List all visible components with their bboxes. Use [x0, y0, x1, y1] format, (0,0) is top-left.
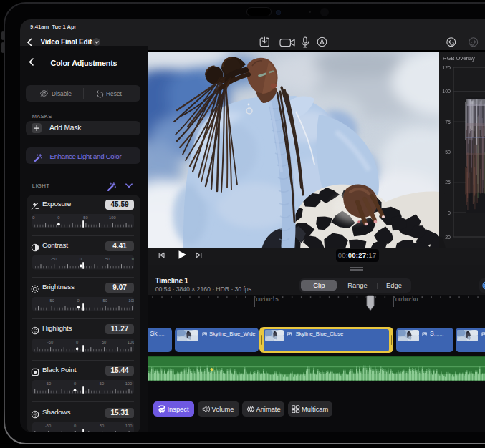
svg-text:0: 0	[448, 210, 451, 215]
svg-text:-50: -50	[51, 257, 57, 261]
svg-text:0: 0	[80, 257, 82, 261]
svg-text:50: 50	[445, 150, 451, 155]
svg-text:50: 50	[102, 298, 107, 303]
svg-text:100: 100	[131, 257, 134, 261]
svg-text:-50: -50	[45, 381, 51, 386]
svg-text:100: 100	[128, 298, 134, 303]
svg-text:100: 100	[125, 381, 132, 386]
svg-text:75: 75	[445, 120, 451, 125]
svg-text:-50: -50	[45, 424, 51, 428]
svg-text:0: 0	[74, 424, 76, 428]
svg-text:50: 50	[105, 257, 110, 261]
svg-text:100: 100	[125, 424, 132, 428]
svg-text:-20: -20	[443, 235, 451, 240]
svg-text:0: 0	[57, 215, 59, 220]
svg-text:120: 120	[442, 65, 451, 70]
svg-text:0: 0	[76, 340, 78, 344]
svg-text:50: 50	[99, 381, 103, 386]
svg-text:0: 0	[77, 298, 79, 303]
svg-text:100: 100	[442, 89, 451, 94]
svg-text:50: 50	[83, 215, 87, 220]
svg-text:-50: -50	[32, 215, 35, 220]
svg-text:0: 0	[74, 381, 76, 386]
svg-text:RGB Overlay: RGB Overlay	[443, 55, 475, 62]
svg-text:100: 100	[109, 215, 116, 220]
svg-text:-50: -50	[47, 340, 53, 344]
svg-text:100: 100	[127, 340, 133, 344]
svg-text:50: 50	[102, 340, 106, 344]
svg-text:50: 50	[100, 424, 104, 428]
svg-text:25: 25	[445, 180, 451, 185]
svg-text:-50: -50	[48, 298, 54, 303]
